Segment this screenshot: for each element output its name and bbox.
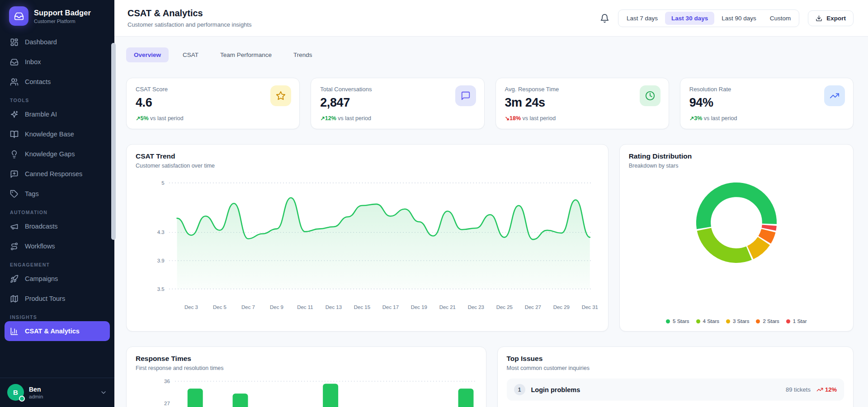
svg-text:3.5: 3.5: [157, 286, 165, 292]
rating-donut-chart: [694, 181, 778, 265]
sidebar-item-contacts[interactable]: Contacts: [5, 72, 110, 92]
user-menu[interactable]: B Ben admin: [0, 378, 114, 407]
content: OverviewCSATTeam PerformanceTrends CSAT …: [114, 37, 868, 407]
trending-up-icon: [816, 386, 823, 393]
sidebar-item-label: Bramble AI: [25, 111, 57, 118]
sidebar-nav: DashboardInboxContactsTOOLSBramble AIKno…: [0, 31, 114, 378]
sidebar-item-product-tours[interactable]: Product Tours: [5, 289, 110, 309]
sidebar-item-label: Workflows: [25, 243, 55, 250]
csat-trend-plot: 54.33.93.5Dec 3Dec 5Dec 7Dec 9Dec 11Dec …: [136, 173, 599, 314]
legend-3-stars: 3 Stars: [726, 318, 749, 324]
map-icon: [10, 295, 19, 303]
range-last-30-days[interactable]: Last 30 days: [665, 12, 714, 25]
svg-text:Dec 5: Dec 5: [213, 304, 226, 310]
svg-text:Dec 19: Dec 19: [411, 304, 427, 310]
sidebar-item-inbox[interactable]: Inbox: [5, 52, 110, 72]
range-last-90-days[interactable]: Last 90 days: [715, 12, 763, 25]
range-custom[interactable]: Custom: [764, 12, 797, 25]
book-open-icon: [10, 130, 19, 139]
sidebar-item-broadcasts[interactable]: Broadcasts: [5, 216, 110, 236]
legend-label: 4 Stars: [703, 318, 719, 324]
legend-dot: [666, 319, 670, 323]
sidebar-item-canned-responses[interactable]: Canned Responses: [5, 164, 110, 184]
sidebar-item-bramble-ai[interactable]: Bramble AI: [5, 104, 110, 124]
sidebar-item-knowledge-gaps[interactable]: Knowledge Gaps: [5, 144, 110, 164]
legend-4-stars: 4 Stars: [696, 318, 719, 324]
users-icon: [10, 78, 19, 86]
message-square-icon: [455, 85, 476, 106]
sidebar-item-knowledge-base[interactable]: Knowledge Base: [5, 124, 110, 144]
response-times-subtitle: First response and resolution times: [136, 365, 477, 371]
top-issues-card: Top Issues Most common customer inquirie…: [497, 346, 854, 407]
issue-delta: 12%: [816, 386, 837, 393]
sidebar-item-csat-analytics[interactable]: CSAT & Analytics: [5, 321, 110, 341]
legend-label: 5 Stars: [673, 318, 689, 324]
export-button[interactable]: Export: [808, 10, 854, 26]
csat-trend-title: CSAT Trend: [136, 152, 599, 160]
clock-icon: [640, 85, 660, 106]
sidebar-item-label: Knowledge Gaps: [25, 150, 75, 158]
sidebar-item-label: Knowledge Base: [25, 131, 74, 138]
sparkles-icon: [10, 110, 19, 119]
svg-text:3.9: 3.9: [157, 258, 165, 263]
trending-up-icon: [824, 85, 845, 106]
user-name: Ben: [29, 386, 43, 393]
legend-5-stars: 5 Stars: [666, 318, 689, 324]
response-times-plot: 3627: [136, 377, 477, 407]
svg-text:Dec 9: Dec 9: [270, 304, 283, 310]
svg-text:Dec 21: Dec 21: [439, 304, 456, 310]
rating-distribution-title: Rating Distribution: [629, 152, 844, 160]
svg-text:Dec 7: Dec 7: [241, 304, 255, 310]
issue-rank-badge: 1: [514, 384, 525, 395]
chevron-down-icon[interactable]: [100, 389, 107, 396]
kpi-value: 3m 24s: [505, 96, 660, 110]
megaphone-icon: [10, 222, 19, 231]
avatar: B: [7, 384, 24, 401]
tab-trends[interactable]: Trends: [286, 47, 320, 62]
nav-section-insights: INSIGHTS: [10, 314, 110, 320]
range-last-7-days[interactable]: Last 7 days: [620, 12, 664, 25]
issue-row-login-problems[interactable]: 1Login problems89 tickets12%: [507, 379, 844, 401]
issue-label: Login problems: [531, 386, 580, 393]
sidebar-item-workflows[interactable]: Workflows: [5, 236, 110, 256]
kpi-delta: ↗12% vs last period: [320, 115, 475, 122]
user-role: admin: [29, 394, 43, 399]
online-status-dot: [19, 396, 25, 402]
sidebar-item-tags[interactable]: Tags: [5, 184, 110, 204]
download-icon: [816, 15, 822, 22]
brand-logo-inbox-icon: [9, 6, 28, 26]
svg-text:Dec 13: Dec 13: [326, 304, 342, 310]
dashboard-icon: [10, 38, 19, 47]
sidebar-item-campaigns[interactable]: Campaigns: [5, 269, 110, 289]
sidebar-item-label: Broadcasts: [25, 223, 58, 230]
svg-text:Dec 27: Dec 27: [525, 304, 541, 310]
kpi-card-avg-response-time: Avg. Response Time3m 24s↘18% vs last per…: [495, 78, 669, 129]
response-times-title: Response Times: [136, 355, 477, 363]
bell-icon[interactable]: [600, 14, 609, 23]
svg-text:Dec 31: Dec 31: [582, 304, 598, 310]
tab-csat[interactable]: CSAT: [175, 47, 206, 62]
scrollbar-thumb[interactable]: [111, 43, 116, 240]
sidebar-item-label: Product Tours: [25, 295, 65, 302]
top-issues-title: Top Issues: [507, 355, 844, 363]
rating-distribution-subtitle: Breakdown by stars: [629, 163, 844, 169]
svg-text:Dec 23: Dec 23: [468, 304, 484, 310]
top-issues-list: 1Login problems89 tickets12%: [507, 379, 844, 401]
message-plus-icon: [10, 170, 19, 178]
kpi-row: CSAT Score4.6↗5% vs last periodTotal Con…: [126, 78, 854, 129]
sidebar-item-label: Inbox: [25, 58, 41, 65]
tab-team-performance[interactable]: Team Performance: [212, 47, 279, 62]
svg-text:27: 27: [164, 401, 170, 406]
sidebar-item-dashboard[interactable]: Dashboard: [5, 32, 110, 52]
sidebar-item-label: Campaigns: [25, 275, 58, 282]
tab-bar: OverviewCSATTeam PerformanceTrends: [126, 47, 854, 62]
issue-ticket-count: 89 tickets: [786, 386, 811, 393]
lightbulb-icon: [10, 150, 19, 159]
avatar-initial: B: [13, 388, 18, 396]
tab-overview[interactable]: Overview: [126, 47, 169, 62]
sidebar-item-label: Tags: [25, 190, 39, 197]
rating-donut-plot: [694, 181, 778, 265]
svg-text:Dec 17: Dec 17: [382, 304, 399, 310]
kpi-delta: ↗5% vs last period: [136, 115, 290, 122]
legend-label: 2 Stars: [763, 318, 779, 324]
